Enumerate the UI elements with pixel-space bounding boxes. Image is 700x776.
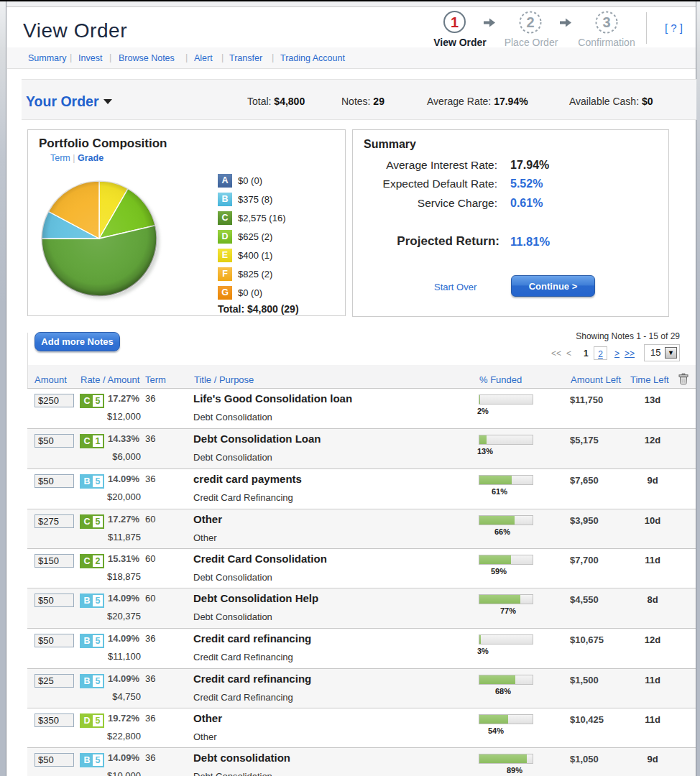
svg-text:3: 3 bbox=[602, 14, 610, 30]
svg-text:2: 2 bbox=[526, 14, 534, 30]
